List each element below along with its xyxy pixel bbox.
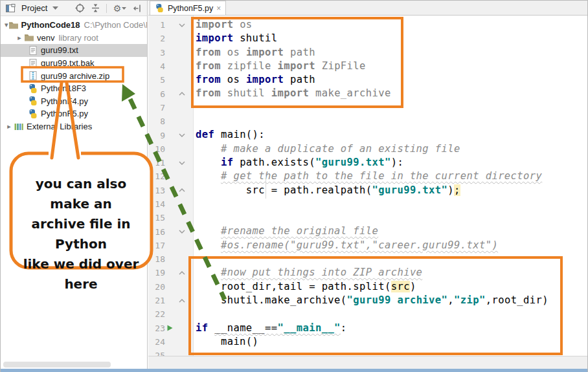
run-icon[interactable] xyxy=(165,325,175,331)
header-separator xyxy=(106,4,107,13)
code-token: from xyxy=(196,47,221,58)
collapse-all-icon[interactable] xyxy=(89,3,101,14)
code-line-6: from shutil import make_archive xyxy=(196,87,587,100)
code-token xyxy=(196,225,221,237)
line-number: 15 xyxy=(148,213,165,223)
gutter-line: 24 xyxy=(148,335,193,349)
indent-guide xyxy=(266,173,266,199)
panel-title: Project xyxy=(21,3,47,13)
code-token: "zip" xyxy=(454,294,486,306)
chevron-right-icon[interactable]: ▸ xyxy=(15,34,24,42)
tree-item-sublabel: library root xyxy=(58,33,98,43)
code-token: shutil xyxy=(233,32,277,44)
gutter-line: 18 xyxy=(148,252,193,266)
code-area[interactable]: import osimport shutilfrom os import pat… xyxy=(194,16,587,356)
chevron-right-icon[interactable]: ▸ xyxy=(5,122,14,131)
code-token: #now put things into ZIP archive xyxy=(221,267,422,278)
gutter-line: 20 xyxy=(148,280,193,294)
code-line-13: src = path.realpath("guru99.txt"); xyxy=(196,184,587,197)
line-number: 4 xyxy=(148,61,165,71)
line-number: 25 xyxy=(148,351,165,356)
line-number: 20 xyxy=(148,282,165,292)
code-token: os xyxy=(221,74,246,85)
code-line-11: if path.exists("guru99.txt"): xyxy=(196,156,587,170)
code-line-15 xyxy=(196,211,587,224)
gutter-line: 6 xyxy=(148,87,193,100)
line-number: 8 xyxy=(148,116,165,126)
tree-item-pythonf5-py[interactable]: PythonF5.py xyxy=(1,107,147,120)
fold-up-icon[interactable] xyxy=(175,188,189,192)
code-token: os xyxy=(233,19,252,30)
code-token: main(): xyxy=(214,129,265,140)
code-token: : xyxy=(341,322,347,334)
code-token: #os.rename("guru99.txt","career.guru99.t… xyxy=(221,239,498,251)
tree-item-venv[interactable]: ▸venvlibrary root xyxy=(1,32,147,45)
tree-item-label: guru99.txt.bak xyxy=(41,58,94,68)
tree-item-pythonf4-py[interactable]: PythonF4.py xyxy=(1,95,147,108)
tree-item-guru99-archive-zip[interactable]: guru99 archive.zip xyxy=(1,69,147,82)
fold-up-icon[interactable] xyxy=(175,299,189,303)
gutter-line: 16 xyxy=(148,224,193,238)
fold-down-icon[interactable] xyxy=(175,161,189,165)
line-number: 14 xyxy=(148,199,165,209)
code-token: shutil.make_archive( xyxy=(196,294,347,306)
line-number: 12 xyxy=(148,171,165,181)
horizontal-scrollbar[interactable] xyxy=(3,362,111,367)
tab-pythonf5[interactable]: PythonF5.py × xyxy=(150,1,226,15)
code-token: #rename the original file xyxy=(221,225,378,237)
gutter-line: 3 xyxy=(148,46,193,60)
settings-gear-icon[interactable]: ⚙ xyxy=(112,3,128,14)
tree-item-guru99-txt-bak[interactable]: guru99.txt.bak xyxy=(1,57,147,70)
code-line-19: #now put things into ZIP archive xyxy=(196,266,587,279)
code-line-18 xyxy=(196,252,587,266)
code-token: from xyxy=(196,87,221,99)
hide-panel-icon[interactable] xyxy=(131,3,143,14)
code-token: def xyxy=(196,129,214,140)
code-token xyxy=(208,322,214,334)
code-line-20: root_dir,tail = path.split(src) xyxy=(196,280,587,294)
fold-down-icon[interactable] xyxy=(175,133,189,137)
chevron-down-icon[interactable] xyxy=(51,3,59,14)
code-token: path xyxy=(284,47,315,58)
code-token: src xyxy=(391,281,410,292)
code-token xyxy=(196,170,221,182)
code-token xyxy=(196,239,221,251)
external-libraries-icon xyxy=(14,122,24,132)
project-tool-icon xyxy=(5,3,16,14)
fold-down-icon[interactable] xyxy=(175,230,189,234)
code-token: "guru99.txt" xyxy=(315,157,391,168)
gutter-line: 11 xyxy=(148,156,193,170)
tree-item-label: guru99.txt xyxy=(41,45,78,55)
gutter-line: 2 xyxy=(148,32,193,45)
line-number: 23 xyxy=(148,323,165,333)
fold-up-icon[interactable] xyxy=(175,92,189,96)
project-panel: Project ⚙ ▾PythonCode18C:\Python Code\Py… xyxy=(1,1,148,369)
code-line-7 xyxy=(196,101,587,115)
code-token: import xyxy=(246,47,284,58)
fold-down-icon[interactable] xyxy=(175,23,189,27)
tree-item-pythoncode18[interactable]: ▾PythonCode18C:\Python Code\Py xyxy=(1,19,147,32)
code-token: ,root_dir) xyxy=(486,294,548,306)
editor-footer-strip xyxy=(148,356,587,369)
line-number: 16 xyxy=(148,227,165,237)
line-number: 6 xyxy=(148,89,165,99)
gutter-line: 19 xyxy=(148,266,193,279)
code-line-23: if __name__=="__main__": xyxy=(196,322,587,335)
line-number: 7 xyxy=(148,103,165,113)
gutter-line: 23 xyxy=(148,322,193,335)
code-token: , xyxy=(447,294,454,306)
gutter-line: 10 xyxy=(148,142,193,156)
line-number: 3 xyxy=(148,48,165,58)
fold-up-icon[interactable] xyxy=(175,271,189,275)
locate-target-icon[interactable] xyxy=(74,3,85,14)
project-tree: ▾PythonCode18C:\Python Code\Py▸venvlibra… xyxy=(1,16,147,133)
close-icon[interactable]: × xyxy=(216,5,221,12)
code-line-10: # make a duplicate of an existing file xyxy=(196,142,587,156)
tree-item-guru99-txt[interactable]: guru99.txt xyxy=(1,44,147,57)
line-number: 5 xyxy=(148,75,165,85)
code-line-22 xyxy=(196,307,587,321)
tree-item-python18f3[interactable]: Python18F3 xyxy=(1,82,147,95)
tree-item-external-libraries[interactable]: ▸External Libraries xyxy=(1,120,147,133)
tree-item-label: External Libraries xyxy=(27,122,92,131)
folder-icon xyxy=(24,32,34,43)
